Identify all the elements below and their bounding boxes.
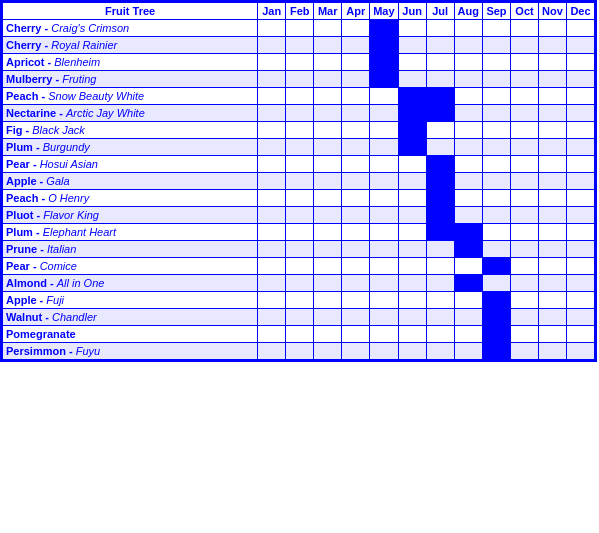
month-cell-3: [342, 275, 370, 292]
month-cell-11: [567, 105, 595, 122]
month-cell-8: [483, 190, 511, 207]
month-cell-10: [539, 241, 567, 258]
month-cell-4: [370, 190, 398, 207]
month-cell-4: [370, 156, 398, 173]
month-cell-1: [286, 139, 314, 156]
fruit-genus: Almond -: [6, 277, 57, 289]
month-cell-10: [539, 224, 567, 241]
fruit-name-cell: Peach - O Henry: [3, 190, 258, 207]
month-cell-7: [454, 173, 482, 190]
fruit-genus: Walnut -: [6, 311, 52, 323]
fruit-name-cell: Apple - Fuji: [3, 292, 258, 309]
month-cell-0: [258, 292, 286, 309]
month-cell-7: [454, 156, 482, 173]
month-cell-9: [511, 54, 539, 71]
month-cell-7: [454, 207, 482, 224]
month-cell-7: [454, 88, 482, 105]
month-cell-9: [511, 224, 539, 241]
month-cell-3: [342, 309, 370, 326]
month-cell-0: [258, 139, 286, 156]
month-cell-3: [342, 173, 370, 190]
month-cell-5: [398, 343, 426, 360]
table-row: Fig - Black Jack: [3, 122, 595, 139]
nov-header: Nov: [539, 3, 567, 20]
fruit-genus: Apple -: [6, 175, 46, 187]
month-cell-4: [370, 54, 398, 71]
month-cell-2: [314, 71, 342, 88]
month-cell-9: [511, 258, 539, 275]
apr-header: Apr: [342, 3, 370, 20]
table-row: Cherry - Craig's Crimson: [3, 20, 595, 37]
month-cell-6: [426, 190, 454, 207]
fruit-name-cell: Plum - Burgundy: [3, 139, 258, 156]
fruit-name-cell: Mulberry - Fruting: [3, 71, 258, 88]
month-cell-0: [258, 20, 286, 37]
fruit-variety: All in One: [57, 277, 105, 289]
month-cell-10: [539, 309, 567, 326]
month-cell-7: [454, 190, 482, 207]
month-cell-1: [286, 224, 314, 241]
month-cell-3: [342, 207, 370, 224]
table-row: Pear - Hosui Asian: [3, 156, 595, 173]
table-row: Prune - Italian: [3, 241, 595, 258]
month-cell-5: [398, 139, 426, 156]
month-cell-10: [539, 156, 567, 173]
month-cell-9: [511, 241, 539, 258]
month-cell-6: [426, 71, 454, 88]
fruit-genus: Nectarine -: [6, 107, 66, 119]
month-cell-1: [286, 326, 314, 343]
month-cell-1: [286, 343, 314, 360]
month-cell-4: [370, 88, 398, 105]
fruit-name-cell: Prune - Italian: [3, 241, 258, 258]
month-cell-0: [258, 241, 286, 258]
month-cell-2: [314, 54, 342, 71]
table-row: Almond - All in One: [3, 275, 595, 292]
month-cell-0: [258, 88, 286, 105]
month-cell-1: [286, 37, 314, 54]
table-row: Cherry - Royal Rainier: [3, 37, 595, 54]
month-cell-0: [258, 343, 286, 360]
fruit-variety: Italian: [47, 243, 76, 255]
month-cell-7: [454, 122, 482, 139]
month-cell-9: [511, 207, 539, 224]
month-cell-10: [539, 190, 567, 207]
month-cell-3: [342, 292, 370, 309]
month-cell-11: [567, 207, 595, 224]
month-cell-0: [258, 173, 286, 190]
fruit-name-cell: Pear - Hosui Asian: [3, 156, 258, 173]
table-row: Apricot - Blenheim: [3, 54, 595, 71]
month-cell-11: [567, 54, 595, 71]
month-cell-8: [483, 139, 511, 156]
jan-header: Jan: [258, 3, 286, 20]
fruit-genus: Plum -: [6, 141, 43, 153]
month-cell-2: [314, 37, 342, 54]
month-cell-11: [567, 275, 595, 292]
month-cell-4: [370, 173, 398, 190]
month-cell-8: [483, 20, 511, 37]
month-cell-10: [539, 275, 567, 292]
month-cell-11: [567, 190, 595, 207]
month-cell-5: [398, 88, 426, 105]
month-cell-3: [342, 71, 370, 88]
month-cell-10: [539, 105, 567, 122]
month-cell-4: [370, 207, 398, 224]
month-cell-7: [454, 37, 482, 54]
month-cell-1: [286, 20, 314, 37]
mar-header: Mar: [314, 3, 342, 20]
fruit-name-cell: Walnut - Chandler: [3, 309, 258, 326]
month-cell-9: [511, 190, 539, 207]
month-cell-0: [258, 156, 286, 173]
fruit-name-cell: Apple - Gala: [3, 173, 258, 190]
month-cell-4: [370, 139, 398, 156]
fruit-name-cell: Cherry - Royal Rainier: [3, 37, 258, 54]
fruit-variety: Black Jack: [32, 124, 85, 136]
month-cell-0: [258, 37, 286, 54]
month-cell-7: [454, 71, 482, 88]
fruit-variety: Fruting: [62, 73, 96, 85]
fruit-variety: Elephant Heart: [43, 226, 116, 238]
fruit-variety: Fuji: [46, 294, 64, 306]
month-cell-10: [539, 292, 567, 309]
fruit-variety: Hosui Asian: [40, 158, 98, 170]
month-cell-1: [286, 88, 314, 105]
month-cell-6: [426, 88, 454, 105]
